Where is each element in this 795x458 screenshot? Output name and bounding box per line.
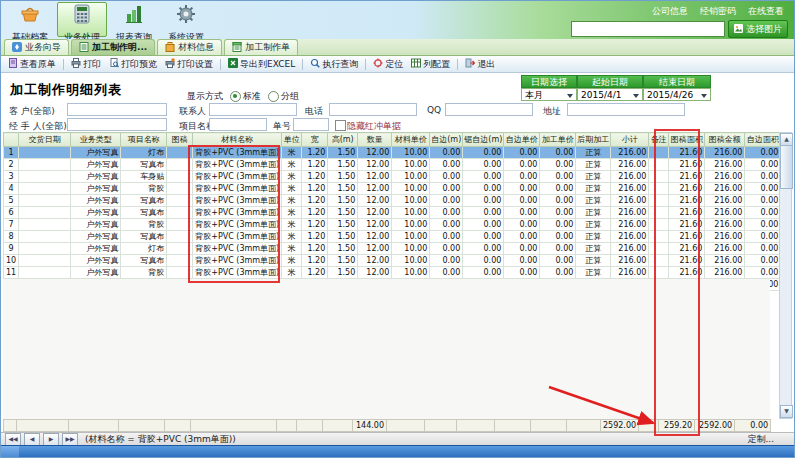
column-header[interactable]: 材料单价 [392, 133, 430, 147]
gear-icon [162, 4, 210, 25]
scroll-down-icon[interactable]: ▼ [780, 405, 793, 418]
first-record-button[interactable]: ◀◀ [5, 433, 21, 446]
column-header[interactable]: 项目名称 [121, 133, 167, 147]
table-row[interactable]: 8户外写真写真布背胶+PVC (3mm单面)米1.201.5012.0010.0… [4, 231, 781, 243]
order-input[interactable] [293, 118, 329, 131]
exit-button[interactable]: 退出 [462, 57, 498, 72]
nav-report-query[interactable]: 报表查询 [109, 2, 159, 37]
column-header[interactable]: 加工单价 [540, 133, 576, 147]
select-image-button[interactable]: 选择图片 [728, 20, 788, 38]
table-cell: 7 [4, 219, 19, 231]
table-row[interactable]: 11户外写真背胶背胶+PVC (3mm单面)米1.201.5012.0010.0… [4, 267, 781, 279]
column-config-button[interactable]: 列配置 [408, 57, 453, 72]
table-row[interactable]: 7户外写真背胶背胶+PVC (3mm单面)米1.201.5012.0010.00… [4, 219, 781, 231]
column-header[interactable]: 交货日期 [19, 133, 71, 147]
vertical-scrollbar[interactable]: ▲ ▼ [779, 132, 792, 419]
tab-work-order[interactable]: 加工制作单 [224, 39, 298, 55]
column-header[interactable]: 自边(m) [430, 133, 463, 147]
prev-record-button[interactable]: ◀ [24, 433, 40, 446]
table-cell: 1.20 [302, 243, 328, 255]
customer-input[interactable] [67, 103, 167, 116]
table-cell: 米 [282, 147, 302, 159]
nav-business-processing[interactable]: 业务处理 [57, 2, 107, 37]
print-button[interactable]: 打印 [68, 57, 104, 72]
print-settings-button[interactable]: 打印设置 [162, 57, 216, 72]
table-cell [167, 183, 193, 195]
radio-standard-dot[interactable] [230, 91, 241, 102]
column-header[interactable]: 后期加工 [576, 133, 611, 147]
column-header[interactable]: 自边单价 [504, 133, 540, 147]
table-row[interactable]: 1户外写真灯布背胶+PVC (3mm单面)米1.201.5012.0010.00… [4, 147, 781, 159]
table-cell: 背胶+PVC (3mm单面) [193, 207, 282, 219]
table-cell [167, 267, 193, 279]
column-header[interactable]: 图稿面积 [669, 133, 705, 147]
column-header[interactable]: 自边面积 [745, 133, 781, 147]
table-cell: 12.00 [358, 207, 392, 219]
column-header[interactable]: 业务类型 [71, 133, 121, 147]
table-cell: 1.50 [328, 267, 358, 279]
column-header[interactable]: 单位 [282, 133, 302, 147]
image-search-input[interactable] [571, 21, 725, 37]
contact-input[interactable] [209, 103, 297, 116]
address-input[interactable] [567, 103, 685, 116]
table-row[interactable]: 6户外写真写真布背胶+PVC (3mm单面)米1.201.5012.0010.0… [4, 207, 781, 219]
table-cell: 米 [282, 231, 302, 243]
column-header[interactable]: 备注 [649, 133, 669, 147]
link-dealer-password[interactable]: 经销密码 [700, 5, 736, 18]
table-cell: 12.00 [358, 171, 392, 183]
table-cell: 0.00 [430, 267, 463, 279]
link-company-info[interactable]: 公司信息 [652, 5, 688, 18]
column-header[interactable]: 宽 [302, 133, 328, 147]
table-row[interactable]: 3户外写真车身贴背胶+PVC (3mm单面)米1.201.5012.0010.0… [4, 171, 781, 183]
customize-button[interactable]: 定制... [747, 433, 774, 446]
tab-business-wizard[interactable]: 业务向导 [4, 39, 69, 55]
column-header[interactable]: 高(m) [328, 133, 358, 147]
view-original-button[interactable]: 查看原单 [5, 57, 59, 72]
table-cell [167, 159, 193, 171]
radio-standard[interactable]: 标准 [230, 90, 261, 103]
column-header[interactable]: 数量 [358, 133, 392, 147]
table-row[interactable]: 5户外写真写真布背胶+PVC (3mm单面)米1.201.5012.0010.0… [4, 195, 781, 207]
qq-label: QQ [427, 105, 441, 115]
radio-group[interactable]: 分组 [268, 90, 299, 103]
hide-red-checkbox[interactable] [335, 120, 346, 131]
table-cell: 0.00 [540, 219, 576, 231]
table-row[interactable]: 10户外写真写真布背胶+PVC (3mm单面)米1.201.5012.0010.… [4, 255, 781, 267]
table-cell [19, 183, 71, 195]
table-cell: 背胶+PVC (3mm单面) [193, 267, 282, 279]
column-header[interactable]: 图稿金额 [705, 133, 745, 147]
column-header[interactable] [4, 133, 19, 147]
tab-bar: 业务向导 加工制作明... 材料信息 加工制作单 [1, 39, 794, 56]
table-cell: 0.00 [504, 255, 540, 267]
link-online-view[interactable]: 在线查看 [748, 5, 784, 18]
tab-material-info[interactable]: 材料信息 [157, 39, 222, 55]
radio-group-dot[interactable] [268, 91, 279, 102]
qq-input[interactable] [445, 103, 533, 116]
totals-cell [639, 420, 659, 432]
nav-system-settings[interactable]: 系统设置 [161, 2, 211, 37]
column-header[interactable]: 锯自边(m) [463, 133, 504, 147]
phone-input[interactable] [329, 103, 417, 116]
column-header[interactable]: 图稿 [167, 133, 193, 147]
handler-input[interactable] [67, 118, 167, 131]
export-excel-button[interactable]: 导出到EXCEL [225, 57, 298, 72]
nav-basic-files[interactable]: 基础档案 [5, 2, 55, 37]
project-input[interactable] [209, 118, 267, 131]
next-record-button[interactable]: ▶ [43, 433, 59, 446]
run-query-button[interactable]: 执行查询 [307, 57, 361, 72]
end-date-select[interactable]: 2015/4/26 [643, 88, 711, 101]
column-header[interactable]: 小计 [611, 133, 649, 147]
last-record-button[interactable]: ▶▶ [62, 433, 78, 446]
print-preview-button[interactable]: 打印预览 [106, 57, 160, 72]
period-select[interactable]: 本月 [521, 88, 577, 101]
column-header[interactable]: 材料名称 [193, 133, 282, 147]
table-row[interactable]: 2户外写真写真布背胶+PVC (3mm单面)米1.201.5012.0010.0… [4, 159, 781, 171]
tab-production-detail-list[interactable]: 加工制作明... [71, 39, 155, 55]
start-date-select[interactable]: 2015/4/1 [577, 88, 643, 101]
scrollbar-thumb[interactable] [780, 145, 793, 189]
locate-button[interactable]: 定位 [370, 57, 406, 72]
table-row[interactable]: 9户外写真灯布背胶+PVC (3mm单面)米1.201.5012.0010.00… [4, 243, 781, 255]
table-row[interactable]: 4户外写真背胶背胶+PVC (3mm单面)米1.201.5012.0010.00… [4, 183, 781, 195]
table-cell: 米 [282, 207, 302, 219]
table-cell: 1.50 [328, 159, 358, 171]
